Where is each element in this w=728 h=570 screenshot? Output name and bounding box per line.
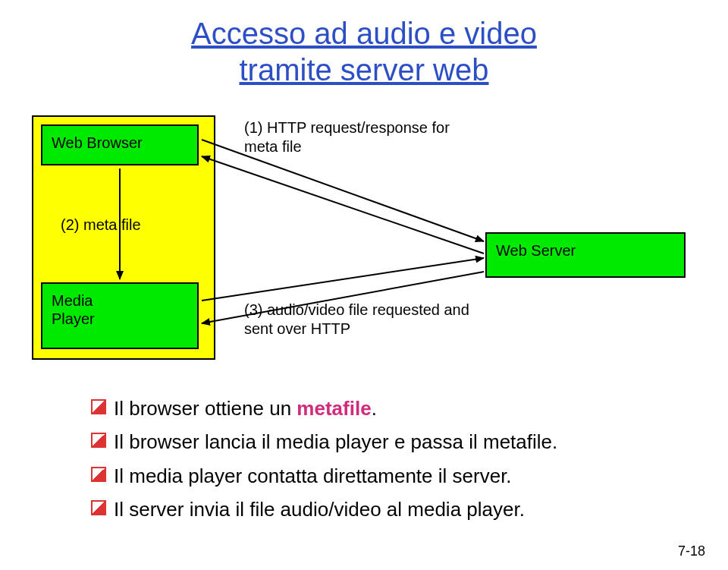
diagram: Web Browser MediaPlayer Web Server (1) H… xyxy=(30,103,698,376)
media-player-box: MediaPlayer xyxy=(41,282,199,349)
bullet-list: Il browser ottiene un metafile. Il brows… xyxy=(61,393,698,524)
page-title: Accesso ad audio e video tramite server … xyxy=(30,15,698,88)
bullet-1: Il browser ottiene un metafile. xyxy=(91,393,698,424)
title-line1: Accesso ad audio e video xyxy=(191,17,537,50)
label-3: (3) audio/video file requested and sent … xyxy=(244,301,472,339)
bullet-1-post: . xyxy=(372,397,377,420)
bullet-3: Il media player contatta direttamente il… xyxy=(91,461,698,491)
label-2: (2) meta file xyxy=(61,216,141,235)
web-browser-box: Web Browser xyxy=(41,124,199,165)
label-1: (1) HTTP request/response for meta file xyxy=(244,118,472,156)
page-number: 7-18 xyxy=(678,543,705,559)
bullet-2: Il browser lancia il media player e pass… xyxy=(91,427,698,457)
svg-line-3 xyxy=(202,258,484,301)
bullet-1-em: metafile xyxy=(297,397,371,420)
svg-line-1 xyxy=(202,156,484,254)
bullet-1-pre: Il browser ottiene un xyxy=(114,397,297,420)
bullet-4: Il server invia il file audio/video al m… xyxy=(91,494,698,524)
web-server-box: Web Server xyxy=(485,232,686,278)
title-line2: tramite server web xyxy=(240,53,489,87)
